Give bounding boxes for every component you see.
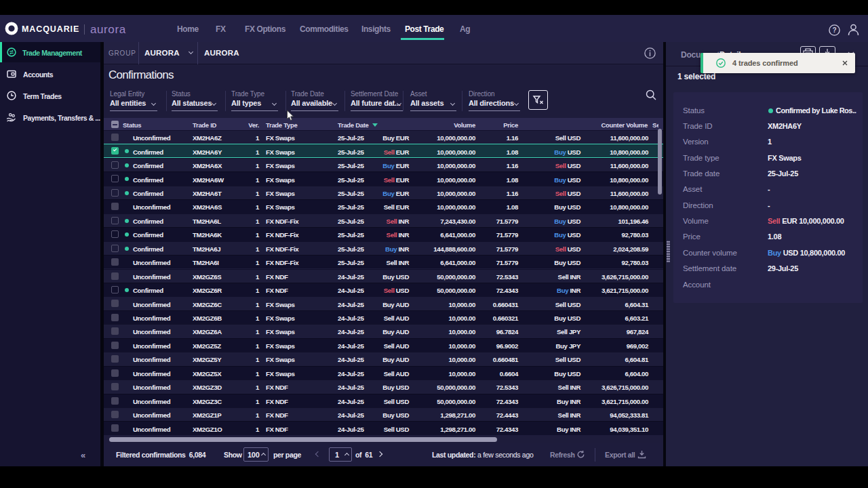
svg-text:?: ?	[832, 26, 836, 34]
